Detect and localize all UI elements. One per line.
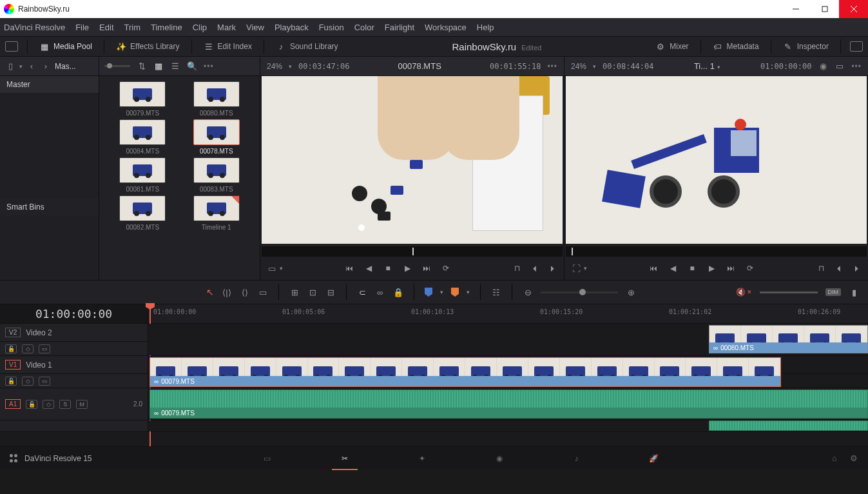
effects-library-tab[interactable]: ✨Effects Library [113,41,182,52]
settings-icon[interactable]: ⚙ [849,453,859,464]
mixer-tab[interactable]: ⚙Mixer [653,41,691,52]
lock-icon[interactable]: 🔒 [393,287,403,297]
rec-first-frame-button[interactable]: ⏮ [649,264,658,273]
deliver-page-tab[interactable]: 🚀 [635,447,673,470]
menu-file[interactable]: File [75,23,89,32]
display-mode-icon[interactable]: ▭ [267,263,277,273]
slider-icon[interactable] [104,65,130,67]
rec-prev-edit-button[interactable]: ⏴ [834,264,844,273]
media-page-tab[interactable]: ▭ [248,447,287,470]
meter-icon[interactable]: ▮ [849,287,859,297]
source-scrubber[interactable] [262,246,563,257]
clip-a1[interactable]: ∞00079.MTS [149,390,868,419]
auto-select-icon[interactable]: ◇ [22,344,34,353]
mute-button[interactable]: M [76,400,88,409]
clip-thumbnail[interactable]: 00079.MTS [106,81,180,117]
source-clip-name[interactable]: 00078.MTS [356,61,483,71]
rec-match-frame-button[interactable]: ⊓ [816,264,825,273]
source-zoom[interactable]: 24% [267,62,282,71]
clip-thumbnail[interactable]: 00083.MTS [180,157,254,193]
trim-tool-icon[interactable]: ⟨|⟩ [222,287,232,297]
lock-icon[interactable]: 🔓 [26,400,37,409]
blade-tool-icon[interactable]: ▭ [258,287,268,297]
last-frame-button[interactable]: ⏭ [422,264,431,273]
prev-edit-button[interactable]: ⏴ [530,264,539,273]
lock-icon[interactable]: 🔓 [5,344,17,353]
menu-trim[interactable]: Trim [124,23,141,32]
record-zoom[interactable]: 24% [571,62,586,71]
timeline-view-icon[interactable]: ☷ [491,287,501,297]
display-icon[interactable]: ▭ [834,61,845,72]
panel-toggle-right-icon[interactable] [850,41,863,52]
volume-slider[interactable] [760,291,818,293]
first-frame-button[interactable]: ⏮ [345,264,354,273]
menu-timeline[interactable]: Timeline [151,23,182,32]
next-edit-button[interactable]: ⏵ [548,264,557,273]
media-pool-tab[interactable]: ▦Media Pool [37,41,95,52]
clip-v1[interactable]: ∞00079.MTS [149,357,781,387]
clip-v2[interactable]: ∞00080.MTS [709,325,868,353]
clip-thumbnail[interactable]: 00081.MTS [106,157,180,193]
overwrite-clip-icon[interactable]: ⊡ [307,287,318,297]
inspector-tab[interactable]: ✎Inspector [780,41,831,52]
play-reverse-button[interactable]: ◀ [364,264,373,273]
clip-thumbnail[interactable]: 00080.MTS [180,81,254,117]
auto-select-icon[interactable]: ◇ [22,377,34,386]
menu-davinci-resolve[interactable]: DaVinci Resolve [4,23,65,32]
sort-icon[interactable]: ⇅ [137,61,147,72]
minimize-button[interactable] [781,0,810,18]
bypass-icon[interactable]: ◉ [818,61,828,72]
close-button[interactable] [839,0,868,18]
rec-play-reverse-button[interactable]: ◀ [668,264,677,273]
timeline-ruler[interactable]: 01:00:00:0001:00:05:0601:00:10:1301:00:1… [148,304,868,323]
clip-thumbnail[interactable]: 00084.MTS [106,119,180,155]
color-page-tab[interactable]: ◉ [480,447,519,470]
edit-index-tab[interactable]: ☰Edit Index [201,41,255,52]
selection-tool-icon[interactable]: ↖ [206,287,214,297]
menu-playback[interactable]: Playback [275,23,309,32]
menu-color[interactable]: Color [354,23,374,32]
clip-a2[interactable] [709,420,868,431]
fusion-page-tab[interactable]: ✦ [403,447,441,470]
replace-clip-icon[interactable]: ⊟ [325,287,336,297]
grid-view-icon[interactable]: ▦ [153,61,164,72]
menu-edit[interactable]: Edit [99,23,113,32]
more-icon[interactable]: ••• [204,62,214,71]
bin-selector[interactable]: ▯ ▾ ‹› Mas... [0,57,99,75]
sound-library-tab[interactable]: ♪Sound Library [273,41,341,52]
crop-icon[interactable]: ⛶ [571,263,581,273]
lock-icon[interactable]: 🔓 [5,377,17,386]
record-scrubber[interactable] [566,246,867,257]
solo-button[interactable]: S [59,400,71,409]
clip-thumbnail[interactable]: 00078.MTS [180,119,254,155]
insert-clip-icon[interactable]: ⊞ [289,287,300,297]
play-button[interactable]: ▶ [403,264,412,273]
master-bin[interactable]: Master [0,76,99,93]
zoom-out-icon[interactable]: ⊖ [523,287,533,297]
rec-play-button[interactable]: ▶ [707,264,716,273]
menu-mark[interactable]: Mark [217,23,236,32]
source-image[interactable] [262,76,563,244]
record-image[interactable]: ▶| |◀ [566,76,867,244]
match-frame-button[interactable]: ⊓ [512,264,521,273]
menu-view[interactable]: View [246,23,264,32]
list-view-icon[interactable]: ☰ [170,61,180,72]
search-icon[interactable]: 🔍 [187,61,197,72]
timeline-timecode[interactable]: 01:00:00:00 [0,304,148,323]
clip-thumbnail[interactable]: Timeline 1 [180,195,254,231]
home-icon[interactable]: ⌂ [829,453,840,464]
zoom-slider[interactable] [541,291,618,293]
record-more-icon[interactable]: ••• [851,62,862,71]
menu-fairlight[interactable]: Fairlight [385,23,414,32]
display-icon[interactable]: ▭ [39,344,50,353]
clip-thumbnail[interactable]: 00082.MTS [106,195,180,231]
menu-workspace[interactable]: Workspace [425,23,467,32]
rec-stop-button[interactable]: ■ [688,264,697,273]
menu-clip[interactable]: Clip [193,23,207,32]
loop-button[interactable]: ⟳ [441,264,450,273]
dim-button[interactable]: DIM [825,288,842,296]
metadata-tab[interactable]: 🏷Metadata [710,41,762,52]
zoom-in-icon[interactable]: ⊕ [626,287,636,297]
rec-last-frame-button[interactable]: ⏭ [726,264,735,273]
snap-icon[interactable]: ⊂ [357,287,367,297]
